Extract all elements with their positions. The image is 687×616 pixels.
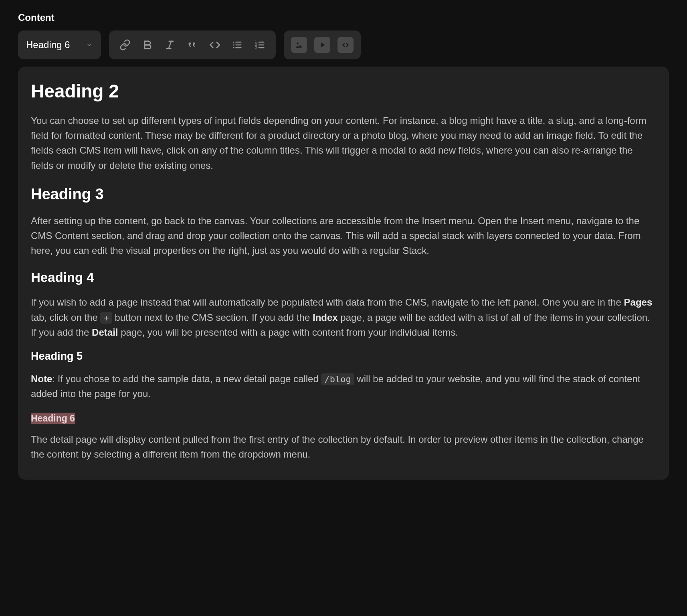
format-group: 123: [109, 30, 276, 59]
toolbar: Heading 6 123: [18, 30, 669, 59]
embed-icon: [341, 41, 350, 49]
content-label: Content: [18, 12, 669, 23]
svg-marker-16: [321, 43, 325, 48]
svg-point-6: [233, 41, 234, 43]
link-icon: [119, 39, 131, 51]
ordered-list-button[interactable]: 123: [249, 34, 270, 55]
media-group: [284, 30, 361, 59]
paragraph: After setting up the content, go back to…: [31, 213, 656, 258]
paragraph: If you wish to add a page instead that w…: [31, 295, 656, 340]
image-button[interactable]: [291, 37, 307, 53]
code-button[interactable]: [204, 34, 225, 55]
bold-text: Detail: [92, 327, 118, 338]
svg-point-8: [233, 47, 234, 48]
italic-button[interactable]: [160, 34, 180, 55]
heading-level-select[interactable]: Heading 6: [18, 30, 101, 59]
link-button[interactable]: [115, 34, 135, 55]
embed-button[interactable]: [337, 37, 354, 53]
bold-text: Index: [313, 312, 338, 323]
image-icon: [295, 41, 303, 49]
heading-5: Heading 5: [31, 350, 656, 363]
paragraph: Note: If you chose to add the sample dat…: [31, 371, 656, 401]
video-button[interactable]: [314, 37, 330, 53]
quote-button[interactable]: [182, 34, 203, 55]
bullet-list-icon: [232, 39, 243, 51]
svg-point-15: [297, 43, 299, 45]
chevron-down-icon: [86, 41, 93, 49]
bold-text: Pages: [624, 297, 653, 308]
bold-icon: [142, 39, 153, 51]
paragraph: You can choose to set up different types…: [31, 113, 656, 173]
editor-canvas[interactable]: Heading 2 You can choose to set up diffe…: [18, 67, 669, 480]
heading-level-text: Heading 6: [26, 39, 70, 51]
bold-button[interactable]: [137, 34, 158, 55]
ordered-list-icon: 123: [254, 39, 265, 51]
svg-text:3: 3: [255, 46, 257, 49]
bullet-list-button[interactable]: [227, 34, 248, 55]
paragraph: The detail page will display content pul…: [31, 432, 656, 462]
play-icon: [318, 41, 327, 49]
svg-line-2: [169, 41, 172, 49]
heading-4: Heading 4: [31, 270, 656, 285]
svg-point-7: [233, 44, 234, 45]
quote-icon: [187, 39, 198, 51]
selected-text: Heading 6: [31, 413, 75, 424]
italic-icon: [164, 39, 176, 51]
bold-text: Note: [31, 373, 52, 384]
heading-2: Heading 2: [31, 80, 656, 102]
inline-code: +: [100, 312, 112, 324]
code-icon: [209, 39, 220, 51]
heading-3: Heading 3: [31, 186, 656, 203]
heading-6: Heading 6: [31, 413, 75, 424]
inline-code: /blog: [321, 373, 354, 385]
